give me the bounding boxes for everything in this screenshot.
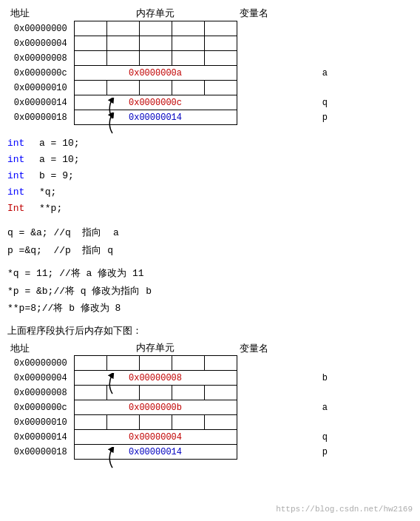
cell-unit [204, 51, 237, 66]
table-row: 0x00000004 [7, 36, 413, 51]
cell-unit [74, 386, 106, 400]
cell-unit [204, 81, 237, 95]
cell-varname [237, 356, 413, 371]
cell-unit [106, 415, 139, 430]
kw-int-1: int [7, 135, 24, 152]
cell-varname: q [237, 430, 413, 445]
op-line-1: *q = 11; //将 a 修改为 11 [7, 265, 413, 282]
cell-addr: 0x00000018 [7, 445, 74, 460]
cell-value-merged: 0x00000014 [74, 445, 237, 460]
code-line-2: int a = 10; [7, 152, 413, 168]
cell-unit [204, 36, 237, 51]
cell-addr: 0x00000000 [7, 356, 74, 371]
cell-addr: 0x00000004 [7, 36, 74, 51]
cell-unit [204, 21, 237, 36]
table-row: 0x0000000c0x0000000ba [7, 400, 413, 415]
cell-unit [74, 81, 106, 95]
table1-section: 地址 内存单元 变量名 0x000000000x000000040x000000… [7, 6, 413, 125]
kw-int-4: int [7, 184, 24, 201]
cell-addr: 0x00000014 [7, 95, 74, 110]
cell-unit [204, 356, 237, 371]
cell-unit [172, 356, 204, 371]
code-line-1: int a = 10; [7, 135, 413, 152]
cell-addr: 0x0000000c [7, 400, 74, 415]
cell-varname [237, 51, 413, 66]
cell-unit [74, 36, 106, 51]
section2-label: 上面程序段执行后内存如下图： [7, 324, 413, 337]
cell-unit [139, 21, 172, 36]
cell-unit [172, 415, 204, 430]
cell-value-merged: 0x0000000b [74, 400, 237, 415]
watermark: https://blog.csdn.net/hw2169 [276, 505, 413, 514]
cell-varname [237, 81, 413, 95]
cell-unit [172, 21, 204, 36]
cell-varname [237, 415, 413, 430]
code-rest-5: **p; [27, 201, 62, 217]
table-row: 0x000000140x0000000cq [7, 95, 413, 110]
cell-unit [139, 81, 172, 95]
col-header-addr: 地址 [7, 6, 74, 21]
table-row: 0x000000180x00000014p [7, 445, 413, 460]
table-row: 0x000000180x00000014p [7, 110, 413, 125]
cell-varname: a [237, 400, 413, 415]
cell-addr: 0x00000010 [7, 415, 74, 430]
cell-unit [106, 21, 139, 36]
cell-unit [74, 21, 106, 36]
cell-value-merged: 0x0000000a [74, 66, 237, 81]
cell-unit [172, 51, 204, 66]
cell-value-merged: 0x00000014 [74, 110, 237, 125]
cell-addr: 0x00000008 [7, 386, 74, 400]
cell-unit [139, 36, 172, 51]
op-text-2: *p = &b;//将 q 修改为指向 b [7, 286, 152, 297]
cell-unit [139, 356, 172, 371]
code-line-4: int *q; [7, 184, 413, 201]
memory-table-1: 地址 内存单元 变量名 0x000000000x000000040x000000… [7, 6, 413, 125]
cell-addr: 0x00000010 [7, 81, 74, 95]
cell-unit [139, 415, 172, 430]
kw-int-3: int [7, 168, 24, 184]
cell-varname [237, 21, 413, 36]
cell-unit [139, 51, 172, 66]
annotation-line-2: p =&q; //p 指向 q [7, 242, 413, 259]
kw-int-5: Int [7, 201, 24, 217]
cell-unit [204, 386, 237, 400]
table-row: 0x000000040x00000008b [7, 371, 413, 386]
col2-header-addr: 地址 [7, 340, 74, 356]
code-block-1: int a = 10; int a = 10; int b = 9; int *… [7, 135, 413, 217]
cell-value-merged: 0x00000008 [74, 371, 237, 386]
table-row: 0x00000000 [7, 21, 413, 36]
cell-varname [237, 386, 413, 400]
cell-value-merged: 0x0000000c [74, 95, 237, 110]
cell-addr: 0x00000004 [7, 371, 74, 386]
cell-unit [74, 51, 106, 66]
annotations-1: q = &a; //q 指向 a p =&q; //p 指向 q [7, 224, 413, 259]
cell-addr: 0x00000014 [7, 430, 74, 445]
cell-unit [139, 386, 172, 400]
table-row: 0x00000008 [7, 386, 413, 400]
table-row: 0x00000010 [7, 81, 413, 95]
cell-addr: 0x0000000c [7, 66, 74, 81]
op-text-1: *q = 11; //将 a 修改为 11 [7, 268, 144, 279]
cell-varname: a [237, 66, 413, 81]
annotation-line-1: q = &a; //q 指向 a [7, 224, 413, 241]
col2-header-mem: 内存单元 [74, 340, 237, 356]
cell-unit [106, 51, 139, 66]
code-rest-3: b = 9; [27, 168, 73, 184]
cell-unit [106, 356, 139, 371]
cell-varname: q [237, 95, 413, 110]
op-line-2: *p = &b;//将 q 修改为指向 b [7, 283, 413, 300]
code-rest-4: *q; [27, 184, 56, 201]
table-row: 0x000000140x00000004q [7, 430, 413, 445]
table-row: 0x00000010 [7, 415, 413, 430]
cell-unit [106, 81, 139, 95]
ops-section: *q = 11; //将 a 修改为 11 *p = &b;//将 q 修改为指… [7, 265, 413, 317]
col2-header-var: 变量名 [237, 340, 413, 356]
cell-addr: 0x00000008 [7, 51, 74, 66]
cell-unit [74, 356, 106, 371]
op-line-3: **p=8;//将 b 修改为 8 [7, 300, 413, 317]
kw-int-2: int [7, 152, 24, 168]
cell-addr: 0x00000000 [7, 21, 74, 36]
cell-varname: b [237, 371, 413, 386]
code-line-5: Int **p; [7, 201, 413, 217]
cell-unit [204, 415, 237, 430]
